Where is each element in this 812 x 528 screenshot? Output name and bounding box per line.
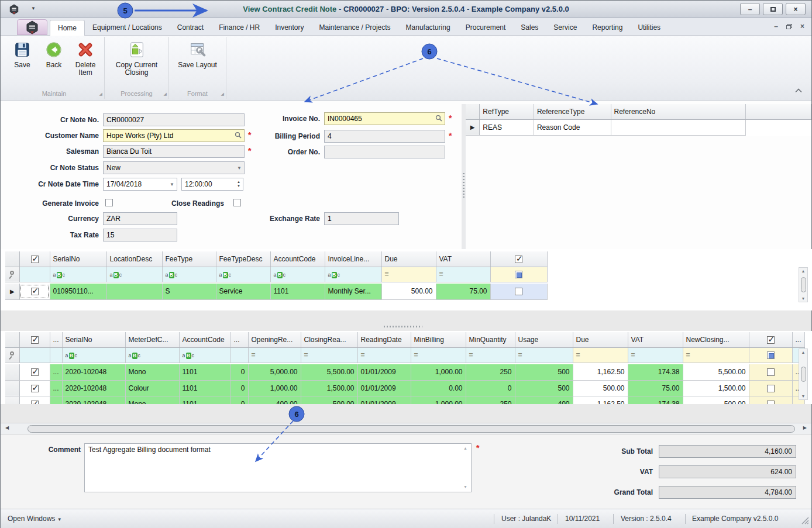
cell-accountcode[interactable]: 1101 — [270, 284, 325, 299]
tab-finance-hr[interactable]: Finance / HR — [211, 20, 267, 36]
filter-cell-feetype[interactable]: aBc — [162, 267, 216, 282]
filter-cell-suppresson[interactable] — [749, 347, 792, 363]
vertical-splitter[interactable] — [462, 104, 466, 249]
filter-cell-invoiceline[interactable]: aBc — [325, 267, 381, 282]
tab-inventory[interactable]: Inventory — [267, 20, 311, 36]
cell-col[interactable]: 0 — [230, 364, 248, 380]
cell-usage[interactable]: 500 — [515, 380, 573, 396]
chevron-down-icon[interactable]: ▼ — [235, 165, 244, 171]
column-header-referencetype[interactable]: ReferenceType — [534, 104, 611, 119]
cell-due[interactable]: 500.00 — [573, 380, 628, 396]
cell-accountcode[interactable]: 1101 — [179, 396, 230, 404]
cell-usage[interactable]: 400 — [515, 396, 573, 404]
column-header-feetype[interactable]: FeeType — [162, 251, 216, 267]
column-header-select[interactable] — [19, 251, 50, 267]
cell-minbilling[interactable]: 0.00 — [411, 380, 466, 396]
resize-grip-icon[interactable] — [801, 517, 809, 526]
filter-cell-vat[interactable]: = — [628, 347, 683, 363]
cr-note-time-spinner[interactable]: 12:00:00 ▲▼ — [181, 178, 243, 191]
invoice-no-field[interactable] — [324, 112, 445, 125]
cell-minquantity[interactable]: 250 — [466, 364, 515, 380]
spinner-arrows-icon[interactable]: ▲▼ — [235, 180, 243, 188]
cell-minquantity[interactable]: 0 — [466, 380, 515, 396]
cr-note-no-field[interactable] — [103, 113, 245, 126]
grid-row[interactable]: ...2020-102048Mono110105,000.005,500.000… — [5, 364, 804, 380]
cr-note-status-dropdown[interactable]: New ▼ — [103, 161, 245, 174]
close-readings-checkbox[interactable] — [233, 199, 241, 206]
cell-openingre[interactable]: 400.00 — [248, 396, 301, 404]
billing-period-field[interactable] — [324, 130, 445, 143]
column-header-due[interactable]: Due — [573, 332, 628, 347]
column-header-feetypedesc[interactable]: FeeTypeDesc — [216, 251, 270, 267]
column-header-minquantity[interactable]: MinQuantity — [466, 332, 515, 347]
filter-cell-usage[interactable]: = — [515, 347, 573, 363]
dialog-launcher-icon[interactable]: ◢ — [99, 92, 102, 96]
row-checkbox[interactable] — [31, 368, 39, 376]
filter-cell-locationdesc[interactable]: aBc — [106, 267, 162, 282]
cell-select[interactable] — [19, 380, 50, 396]
comment-textarea[interactable]: Test Aggregate Billing document format — [84, 443, 472, 492]
back-button[interactable]: Back — [38, 39, 70, 70]
save-button[interactable]: Save — [6, 39, 38, 70]
column-header-suppresson[interactable] — [490, 251, 547, 267]
cell-closingrea[interactable]: 1,500.00 — [301, 380, 357, 396]
cell-vat[interactable]: 174.38 — [628, 396, 683, 404]
row-checkbox[interactable] — [767, 368, 775, 376]
cell-closingrea[interactable]: 500.00 — [301, 396, 357, 404]
select-all-checkbox[interactable] — [31, 336, 39, 344]
cell-vat[interactable]: 174.38 — [628, 364, 683, 380]
filter-cell-minbilling[interactable]: = — [411, 347, 466, 363]
column-header-minbilling[interactable]: MinBilling — [411, 332, 466, 347]
cell-suppresson[interactable] — [749, 380, 792, 396]
cell-col[interactable]: 0 — [230, 380, 248, 396]
scroll-thumb[interactable] — [801, 277, 806, 292]
textarea-scroll-down-icon[interactable]: ▼ — [463, 485, 467, 489]
cell-newclosing[interactable]: 500.00 — [683, 396, 749, 404]
filter-cell-select[interactable] — [19, 267, 50, 282]
grid-row[interactable]: ...2020-102048Mono11010400.00500.0001/01… — [5, 396, 804, 404]
cell-meterdefc[interactable]: Mono — [125, 364, 179, 380]
cell-invoiceline[interactable]: Monthly Ser... — [325, 284, 381, 299]
grid-row[interactable]: ▶010950110...SService1101Monthly Ser...5… — [5, 284, 547, 299]
dialog-launcher-icon[interactable]: ◢ — [164, 92, 167, 96]
application-menu-button[interactable] — [17, 19, 47, 35]
cell-suppresson[interactable] — [490, 284, 547, 299]
tab-sales[interactable]: Sales — [513, 20, 546, 36]
cell-referenceno[interactable] — [611, 119, 745, 135]
cell-feetype[interactable]: S — [162, 284, 216, 299]
open-windows-dropdown[interactable]: Open Windows ▼ — [8, 509, 62, 528]
copy-current-closing-button[interactable]: Copy Current Closing — [109, 39, 165, 78]
column-header-select[interactable] — [19, 332, 50, 347]
column-header-invoiceline[interactable]: InvoiceLine... — [325, 251, 381, 267]
tab-reporting[interactable]: Reporting — [584, 20, 630, 36]
scroll-up-icon[interactable]: ▲ — [801, 350, 806, 354]
cell-readingdate[interactable]: 01/01/2009 — [357, 364, 411, 380]
tax-rate-field[interactable] — [103, 229, 177, 241]
cell-select[interactable] — [19, 284, 50, 299]
cell-col[interactable]: ... — [50, 396, 62, 404]
scroll-right-icon[interactable]: ▶ — [803, 425, 807, 430]
tab-contract[interactable]: Contract — [170, 20, 211, 36]
tab-manufacturing[interactable]: Manufacturing — [398, 20, 458, 36]
filter-cell-closingrea[interactable]: = — [301, 347, 357, 363]
tab-utilities[interactable]: Utilities — [630, 20, 668, 36]
select-all-checkbox[interactable] — [767, 336, 775, 344]
chevron-down-icon[interactable]: ▼ — [167, 182, 177, 187]
scroll-left-icon[interactable]: ◀ — [5, 425, 9, 430]
cell-openingre[interactable]: 5,000.00 — [248, 364, 301, 380]
customer-name-field[interactable] — [103, 129, 245, 142]
cell-reftype[interactable]: REAS — [480, 119, 534, 135]
cell-serialno[interactable]: 2020-102048 — [62, 396, 125, 404]
cell-readingdate[interactable]: 01/01/2009 — [357, 380, 411, 396]
scroll-thumb[interactable] — [801, 367, 806, 382]
cell-suppresson[interactable] — [749, 364, 792, 380]
cell-select[interactable] — [19, 396, 50, 404]
filter-cell-vat[interactable]: = — [436, 267, 490, 282]
cr-note-date-picker[interactable]: 17/04/2018 ▼ — [103, 178, 177, 191]
cell-serialno[interactable]: 2020-102048 — [62, 380, 125, 396]
row-checkbox[interactable] — [31, 385, 39, 392]
scroll-down-icon[interactable]: ▼ — [801, 296, 806, 301]
invoice-search-icon[interactable] — [433, 115, 445, 123]
filter-cell-openingre[interactable]: = — [248, 347, 301, 363]
cell-serialno[interactable]: 010950110... — [50, 284, 106, 299]
